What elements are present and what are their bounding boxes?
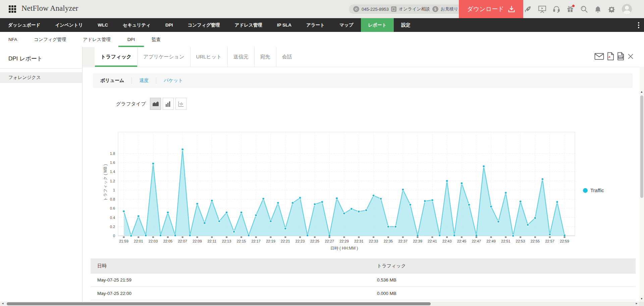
svg-text:22:57: 22:57 xyxy=(545,239,554,243)
report-tabbar: トラフィック アプリケーション URLヒット 送信元 宛先 会話 A xyxy=(83,47,644,67)
svg-text:1: 1 xyxy=(113,188,115,192)
svg-text:0: 0 xyxy=(113,234,115,238)
svg-text:22:11: 22:11 xyxy=(207,239,216,243)
scroll-up-icon[interactable]: ▲ xyxy=(640,90,643,93)
nav-item-ipsla[interactable]: IP SLA xyxy=(270,18,299,32)
nav-item-dpi[interactable]: DPI xyxy=(158,18,180,32)
table-row[interactable]: May-07-25 21:59 0.536 MB xyxy=(91,273,636,287)
email-icon[interactable] xyxy=(594,53,604,60)
tab-url-hits[interactable]: URLヒット xyxy=(190,47,227,67)
graph-type-scatter-button[interactable] xyxy=(175,98,186,110)
tab-application[interactable]: アプリケーション xyxy=(137,47,190,67)
legend-traffic-label[interactable]: Traffic xyxy=(590,187,604,193)
svg-text:CSV: CSV xyxy=(619,56,623,58)
vertical-scroll-thumb[interactable] xyxy=(640,95,643,198)
metric-toggle-strip: ボリューム 速度 パケット xyxy=(93,73,633,88)
tab-destination[interactable]: 宛先 xyxy=(254,47,276,67)
svg-text:22:25: 22:25 xyxy=(310,239,320,243)
svg-text:1.2: 1.2 xyxy=(110,179,115,183)
nav-item-settings[interactable]: 設定 xyxy=(394,18,418,32)
scrollbar-corner xyxy=(639,302,644,306)
subnav-item-dpi[interactable]: DPI xyxy=(127,32,135,47)
nav-item-dashboard[interactable]: ダッシュボード xyxy=(1,18,48,32)
svg-text:22:27: 22:27 xyxy=(325,239,334,243)
svg-text:0.8: 0.8 xyxy=(110,197,115,201)
graph-type-area-button[interactable] xyxy=(150,98,161,110)
scroll-down-icon[interactable]: ▼ xyxy=(640,297,643,300)
svg-text:22:45: 22:45 xyxy=(457,239,467,243)
export-csv-icon[interactable]: CSV xyxy=(617,52,624,60)
svg-text:22:13: 22:13 xyxy=(222,239,231,243)
sidebar: DPI レポート フォレンジクス xyxy=(0,47,83,306)
subnav-item-nfa[interactable]: NFA xyxy=(8,32,17,47)
quote-link[interactable]: お見積り xyxy=(441,6,459,12)
graph-type-label: グラフタイプ xyxy=(116,101,146,107)
search-icon[interactable] xyxy=(580,5,588,13)
main-nav: ダッシュボード インベントリ WLC セキュリティ DPI コンフィグ管理 アド… xyxy=(0,18,644,32)
svg-text:22:17: 22:17 xyxy=(251,239,261,243)
nav-item-report[interactable]: レポート xyxy=(361,18,394,32)
download-icon xyxy=(508,5,515,13)
report-subnav: NFA コンフィグ管理 アドレス管理 DPI 監査 xyxy=(0,32,644,47)
svg-text:22:43: 22:43 xyxy=(442,239,452,243)
subnav-item-address[interactable]: アドレス管理 xyxy=(83,32,110,47)
export-actions: A CSV xyxy=(594,52,634,60)
svg-text:0.6: 0.6 xyxy=(110,206,115,210)
online-consult-link[interactable]: オンライン相談 xyxy=(399,6,430,12)
rocket-icon[interactable] xyxy=(524,5,532,13)
svg-text:22:51: 22:51 xyxy=(501,239,511,243)
svg-text:22:47: 22:47 xyxy=(472,239,481,243)
legend-traffic-dot xyxy=(583,188,588,193)
nav-item-map[interactable]: マップ xyxy=(332,18,361,32)
scatter-chart-icon xyxy=(178,101,184,107)
quote-dollar-icon: $ xyxy=(432,6,438,12)
graph-type-bar-button[interactable] xyxy=(163,98,174,110)
user-avatar[interactable] xyxy=(622,4,632,14)
demo-presentation-icon[interactable] xyxy=(538,5,546,13)
nav-item-wlc[interactable]: WLC xyxy=(90,18,115,32)
nav-item-alert[interactable]: アラート xyxy=(299,18,332,32)
toggle-volume[interactable]: ボリューム xyxy=(93,78,131,84)
nav-overflow-kebab-icon[interactable] xyxy=(635,18,642,32)
traffic-area-chart[interactable]: 00.20.40.60.811.21.41.61.821:5922:0122:0… xyxy=(91,128,580,254)
export-pdf-icon[interactable]: A xyxy=(607,52,614,60)
svg-text:22:23: 22:23 xyxy=(296,239,305,243)
download-label: ダウンロード xyxy=(467,5,504,13)
sidebar-item-forensics[interactable]: フォレンジクス xyxy=(0,72,82,83)
toggle-packets[interactable]: パケット xyxy=(156,78,190,84)
scroll-left-icon[interactable]: ◄ xyxy=(1,302,4,305)
toggle-speed[interactable]: 速度 xyxy=(131,78,156,84)
nav-item-config[interactable]: コンフィグ管理 xyxy=(180,18,227,32)
notification-dot xyxy=(572,5,575,7)
svg-text:22:07: 22:07 xyxy=(178,239,187,243)
close-icon[interactable] xyxy=(627,53,634,60)
phone-number: 045-225-8953 xyxy=(362,7,389,12)
gear-icon[interactable] xyxy=(608,5,615,13)
horizontal-scroll-thumb[interactable] xyxy=(7,302,431,305)
subnav-item-audit[interactable]: 監査 xyxy=(152,32,161,47)
table-cell-traffic: 0.536 MB xyxy=(377,277,636,282)
vertical-scrollbar[interactable]: ▲ ▼ xyxy=(640,67,644,302)
nav-item-inventory[interactable]: インベントリ xyxy=(48,18,90,32)
table-row[interactable]: May-07-25 22:00 0.000 MB xyxy=(91,287,636,300)
svg-text:0.4: 0.4 xyxy=(110,216,115,220)
nav-item-security[interactable]: セキュリティ xyxy=(115,18,158,32)
svg-text:0.2: 0.2 xyxy=(110,225,115,229)
svg-text:21:59: 21:59 xyxy=(119,239,128,243)
table-header-datetime[interactable]: 日時 xyxy=(91,263,377,269)
scroll-right-icon[interactable]: ► xyxy=(635,302,638,305)
svg-text:22:53: 22:53 xyxy=(516,239,525,243)
bell-icon[interactable] xyxy=(594,5,601,13)
tab-conversation[interactable]: 会話 xyxy=(276,47,298,67)
tab-traffic[interactable]: トラフィック xyxy=(95,47,137,67)
horizontal-scrollbar[interactable]: ◄ ► xyxy=(0,302,639,306)
headset-icon[interactable] xyxy=(553,5,560,13)
nav-item-address[interactable]: アドレス管理 xyxy=(227,18,270,32)
app-launcher-grid-icon[interactable] xyxy=(9,5,16,13)
bar-chart-icon xyxy=(165,101,171,107)
table-header-traffic[interactable]: トラフィック xyxy=(377,263,636,269)
download-button[interactable]: ダウンロード xyxy=(459,0,523,18)
subnav-item-config[interactable]: コンフィグ管理 xyxy=(34,32,66,47)
tab-source[interactable]: 送信元 xyxy=(227,47,254,67)
tabs: トラフィック アプリケーション URLヒット 送信元 宛先 会話 xyxy=(95,47,298,67)
